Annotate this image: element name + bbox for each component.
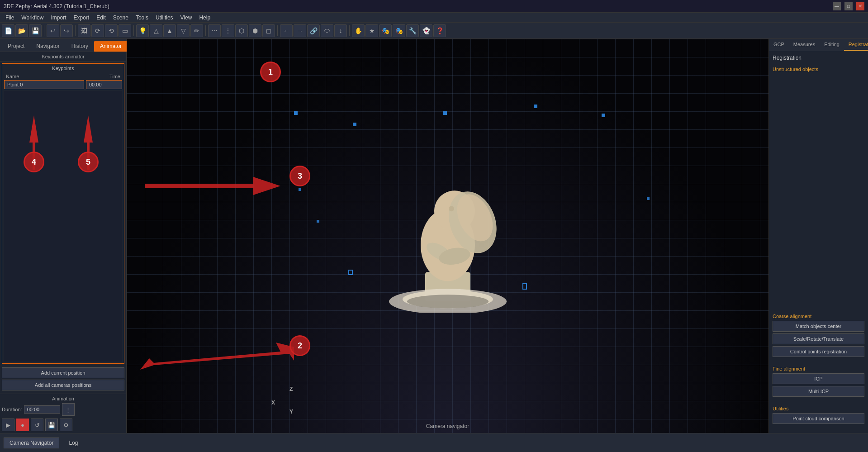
settings-anim-button[interactable]: ⚙ [60, 419, 72, 431]
status-tabs: Camera Navigator Log [4, 438, 84, 448]
menu-import[interactable]: Import [47, 14, 70, 22]
tb-light[interactable]: 💡 [136, 24, 149, 37]
keypoint-time-input[interactable] [86, 80, 122, 89]
add-all-cameras-button[interactable]: Add all cameras positions [2, 380, 124, 390]
save-anim-button[interactable]: 💾 [45, 419, 58, 431]
menu-tools[interactable]: Tools [132, 14, 152, 22]
tb-rect[interactable]: ◻ [262, 24, 275, 37]
menu-utilities[interactable]: Utilities [152, 14, 177, 22]
tab-navigator[interactable]: Navigator [30, 41, 65, 52]
left-panel: Project Navigator History Animator Keypo… [0, 39, 127, 433]
scale-rotate-translate-button[interactable]: Scale/Rotate/Translate [773, 333, 864, 344]
tb-undo[interactable]: ↩ [47, 24, 59, 37]
utilities-section: Utilities Point cloud comparison [773, 406, 864, 426]
duration-input[interactable] [24, 405, 60, 414]
tb-tri1[interactable]: △ [150, 24, 162, 37]
menu-file[interactable]: File [2, 14, 18, 22]
tb-tri3[interactable]: ▽ [177, 24, 190, 37]
coarse-alignment-section: Coarse alignment Match objects center Sc… [773, 314, 864, 359]
svg-point-9 [449, 206, 454, 211]
close-button[interactable]: ✕ [856, 2, 864, 10]
toolbar-separator-3 [133, 25, 134, 36]
tb-tri2[interactable]: ▲ [163, 24, 176, 37]
menu-export[interactable]: Export [70, 14, 93, 22]
keypoint-name-input[interactable] [4, 80, 84, 89]
bottom-controls: Add current position Add all cameras pos… [0, 366, 126, 394]
viewport[interactable]: Z X Y Camera navigator 1 3 [127, 39, 768, 433]
minimize-button[interactable]: — [833, 2, 841, 10]
right-tab-gcp[interactable]: GCP [769, 39, 789, 51]
point-cloud-comparison-button[interactable]: Point cloud comparison [773, 413, 864, 424]
tb-box2[interactable]: ⬢ [249, 24, 261, 37]
menu-scene[interactable]: Scene [109, 14, 132, 22]
maximize-button[interactable]: □ [844, 2, 853, 10]
right-tab-editing[interactable]: Editing [820, 39, 844, 51]
right-tab-measures[interactable]: Measures [789, 39, 820, 51]
tb-rotate2[interactable]: ⟲ [105, 24, 118, 37]
tb-hand[interactable]: ✋ [352, 24, 365, 37]
tb-link[interactable]: 🔗 [307, 24, 320, 37]
tb-save[interactable]: 💾 [29, 24, 42, 37]
tab-animator[interactable]: Animator [94, 41, 128, 52]
tb-ghost[interactable]: 👻 [420, 24, 432, 37]
tab-project[interactable]: Project [2, 41, 30, 52]
tb-rotate[interactable]: ⟳ [91, 24, 104, 37]
control-points-registration-button[interactable]: Control points registration [773, 346, 864, 357]
multi-icp-button[interactable]: Multi-ICP [773, 386, 864, 397]
tb-dot1[interactable]: ⋯ [208, 24, 221, 37]
add-current-position-button[interactable]: Add current position [2, 367, 124, 378]
keypoints-animator-label: Keypoints animator [0, 52, 126, 62]
icp-button[interactable]: ICP [773, 373, 864, 384]
right-tab-bar: GCP Measures Editing Registration [769, 39, 868, 51]
app-title: 3DF Zephyr Aerial 4.302 (Tutorial1_Cheru… [4, 3, 109, 10]
log-tab[interactable]: Log [63, 438, 84, 448]
tb-star[interactable]: ★ [365, 24, 378, 37]
z-axis-label: Z [289, 386, 293, 392]
window-controls: — □ ✕ [833, 2, 864, 10]
tb-ellipse[interactable]: ⬭ [321, 24, 333, 37]
tb-mask[interactable]: 🎭 [379, 24, 392, 37]
tb-arrow-right[interactable]: → [294, 24, 306, 37]
fine-alignment-section: Fine alignment ICP Multi-ICP [773, 366, 864, 399]
tb-add-photos[interactable]: 🖼 [78, 24, 90, 37]
menu-help[interactable]: Help [195, 14, 214, 22]
registration-title: Registration [773, 55, 864, 61]
fine-alignment-label: Fine alignment [773, 366, 864, 371]
animation-section: Animation Duration: ⋮ ▶ ● ↺ 💾 ⚙ [0, 394, 126, 433]
statusbar: Camera Navigator Log [0, 433, 868, 452]
menubar: File Workflow Import Export Edit Scene T… [0, 13, 868, 23]
match-objects-center-button[interactable]: Match objects center [773, 321, 864, 332]
tb-arrow-updown[interactable]: ↕ [334, 24, 347, 37]
tb-arrow-left[interactable]: ← [280, 24, 293, 37]
record-button[interactable]: ● [16, 419, 29, 431]
right-panel: GCP Measures Editing Registration Regist… [768, 39, 868, 433]
unstructured-label: Unstructured objects [773, 67, 864, 72]
loop-button[interactable]: ↺ [31, 419, 43, 431]
play-button[interactable]: ▶ [2, 419, 14, 431]
tb-pen[interactable]: ✏ [190, 24, 203, 37]
toolbar-separator-1 [44, 25, 44, 36]
tb-redo[interactable]: ↪ [60, 24, 73, 37]
tb-view1[interactable]: ▭ [119, 24, 131, 37]
tb-new[interactable]: 📄 [2, 24, 14, 37]
tb-tool1[interactable]: 🔧 [406, 24, 419, 37]
menu-workflow[interactable]: Workflow [18, 14, 47, 22]
more-options-button[interactable]: ⋮ [62, 403, 75, 416]
tb-help[interactable]: ❓ [433, 24, 446, 37]
menu-edit[interactable]: Edit [93, 14, 109, 22]
time-col-header: Time [109, 74, 120, 79]
keypoints-header: Keypoints [4, 66, 122, 71]
duration-label: Duration: [2, 407, 22, 412]
x-axis-label: X [271, 400, 275, 406]
camera-navigator-tab[interactable]: Camera Navigator [4, 438, 59, 448]
right-tab-registration[interactable]: Registration [844, 39, 868, 51]
menu-view[interactable]: View [177, 14, 196, 22]
tb-mask2[interactable]: 🎭 [393, 24, 405, 37]
tb-box1[interactable]: ⬡ [235, 24, 248, 37]
tb-dot2[interactable]: ⋮ [222, 24, 234, 37]
tab-bar: Project Navigator History Animator [0, 39, 126, 52]
tab-history[interactable]: History [66, 41, 94, 52]
animation-label: Animation [2, 396, 124, 401]
name-col-header: Name [6, 74, 19, 79]
tb-open[interactable]: 📂 [15, 24, 28, 37]
